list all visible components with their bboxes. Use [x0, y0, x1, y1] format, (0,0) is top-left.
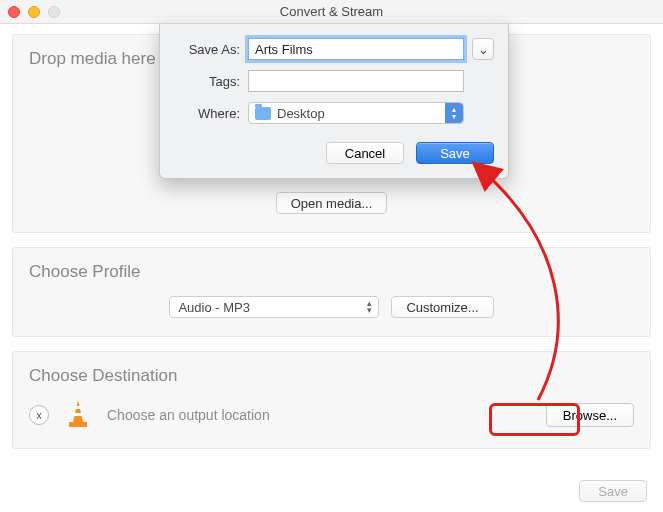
window-close-icon[interactable] — [8, 6, 20, 18]
vlc-cone-icon — [65, 400, 91, 430]
profile-select-value: Audio - MP3 — [178, 300, 250, 315]
tags-label: Tags: — [174, 74, 240, 89]
customize-label: Customize... — [406, 300, 478, 315]
choose-destination-section: Choose Destination x Choose an output lo… — [12, 351, 651, 449]
window-titlebar: Convert & Stream — [0, 0, 663, 24]
destination-hint: Choose an output location — [107, 407, 270, 423]
customize-button[interactable]: Customize... — [391, 296, 493, 318]
svg-rect-3 — [69, 422, 87, 427]
chevron-down-icon: ⌄ — [478, 42, 489, 57]
svg-rect-1 — [75, 406, 82, 409]
save-sheet-dialog: Save As: ⌄ Tags: Where: Desktop ▴▾ Cance… — [159, 24, 509, 179]
browse-label: Browse... — [563, 408, 617, 423]
open-media-label: Open media... — [291, 196, 373, 211]
choose-destination-header: Choose Destination — [29, 366, 634, 386]
sheet-cancel-label: Cancel — [345, 146, 385, 161]
open-media-button[interactable]: Open media... — [276, 192, 388, 214]
where-value: Desktop — [277, 106, 325, 121]
choose-profile-section: Choose Profile Audio - MP3 ▴▾ Customize.… — [12, 247, 651, 337]
main-save-button-disabled: Save — [579, 480, 647, 502]
main-save-label: Save — [598, 484, 628, 499]
profile-select[interactable]: Audio - MP3 ▴▾ — [169, 296, 379, 318]
updown-chevrons-icon: ▴▾ — [367, 300, 372, 314]
folder-icon — [255, 107, 271, 120]
sheet-save-label: Save — [440, 146, 470, 161]
remove-destination-button[interactable]: x — [29, 405, 49, 425]
save-as-input[interactable] — [248, 38, 464, 60]
where-location-select[interactable]: Desktop ▴▾ — [248, 102, 464, 124]
window-zoom-icon[interactable] — [48, 6, 60, 18]
close-x-icon: x — [36, 409, 42, 421]
updown-chevrons-icon: ▴▾ — [445, 103, 463, 123]
save-as-label: Save As: — [174, 42, 240, 57]
browse-button[interactable]: Browse... — [546, 403, 634, 427]
disclosure-toggle-button[interactable]: ⌄ — [472, 38, 494, 60]
choose-profile-header: Choose Profile — [29, 262, 634, 282]
where-label: Where: — [174, 106, 240, 121]
svg-marker-0 — [73, 400, 83, 422]
svg-rect-2 — [74, 413, 83, 416]
sheet-cancel-button[interactable]: Cancel — [326, 142, 404, 164]
window-minimize-icon[interactable] — [28, 6, 40, 18]
tags-input[interactable] — [248, 70, 464, 92]
sheet-save-button[interactable]: Save — [416, 142, 494, 164]
window-title: Convert & Stream — [280, 4, 383, 19]
